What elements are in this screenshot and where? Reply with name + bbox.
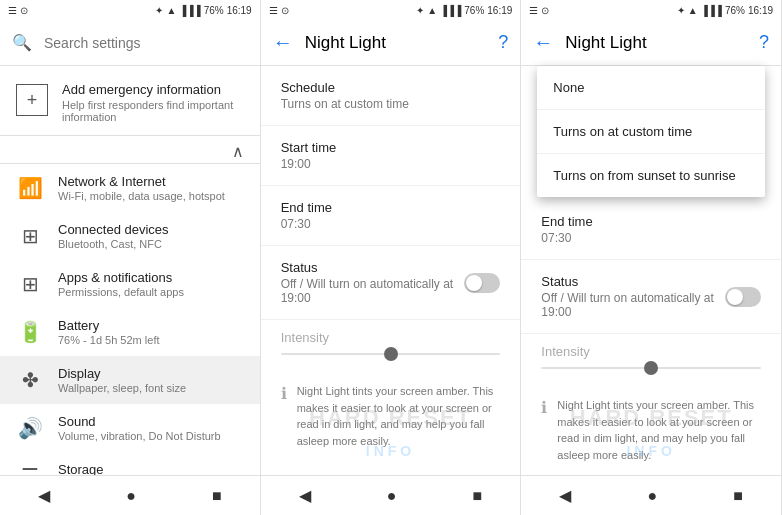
settings-panel: ☰ ⊙ ✦ ▲ ▐▐▐ 76% 16:19 🔍 + Add emergency … — [0, 0, 261, 515]
end-time-label: End time — [281, 200, 501, 215]
network-title: Network & Internet — [58, 174, 225, 189]
battery-title: Battery — [58, 318, 160, 333]
settings-item-apps[interactable]: ⊞ Apps & notifications Permissions, defa… — [0, 260, 260, 308]
emergency-icon: + — [16, 84, 48, 116]
status-bar-1: ☰ ⊙ ✦ ▲ ▐▐▐ 76% 16:19 — [0, 0, 260, 20]
apps-text: Apps & notifications Permissions, defaul… — [58, 270, 184, 298]
apps-sub: Permissions, default apps — [58, 286, 184, 298]
dropdown-item-sunset[interactable]: Turns on from sunset to sunrise — [537, 154, 765, 197]
status-left: ☰ ⊙ — [8, 5, 28, 16]
schedule-row[interactable]: Schedule Turns on at custom time — [261, 66, 521, 126]
status-left-3: ☰ ⊙ — [529, 5, 549, 16]
network-sub: Wi-Fi, mobile, data usage, hotspot — [58, 190, 225, 202]
end-time-row-3[interactable]: End time 07:30 — [521, 200, 781, 260]
back-button-3[interactable]: ◀ — [559, 486, 571, 505]
end-time-row[interactable]: End time 07:30 — [261, 186, 521, 246]
settings-list: 📶 Network & Internet Wi-Fi, mobile, data… — [0, 164, 260, 475]
wifi-icon: ▲ — [166, 5, 176, 16]
night-light-panel-dropdown: ☰ ⊙ ✦ ▲ ▐▐▐ 76% 16:19 ← Night Light ? No… — [521, 0, 782, 515]
home-button-1[interactable]: ● — [126, 487, 136, 505]
intensity-slider-3[interactable] — [541, 367, 761, 369]
status-value-3: Off / Will turn on automatically at 19:0… — [541, 291, 725, 319]
network-icon: 📶 — [16, 176, 44, 200]
recent-button-1[interactable]: ■ — [212, 487, 222, 505]
home-button-3[interactable]: ● — [648, 487, 658, 505]
settings-item-display[interactable]: ✤ Display Wallpaper, sleep, font size — [0, 356, 260, 404]
time-display: 16:19 — [227, 5, 252, 16]
settings-item-storage[interactable]: ☰ Storage 58% used - 26.89 GB free — [0, 452, 260, 475]
dropdown-item-none[interactable]: None — [537, 66, 765, 110]
status-row-3: Status Off / Will turn on automatically … — [521, 260, 781, 334]
time-2: 16:19 — [487, 5, 512, 16]
info-text-3: Night Light tints your screen amber. Thi… — [557, 397, 761, 463]
notification-icon-3: ⊙ — [541, 5, 549, 16]
info-icon-3: ℹ — [541, 398, 547, 417]
display-sub: Wallpaper, sleep, font size — [58, 382, 186, 394]
settings-item-connected[interactable]: ⊞ Connected devices Bluetooth, Cast, NFC — [0, 212, 260, 260]
sound-sub: Volume, vibration, Do Not Disturb — [58, 430, 221, 442]
wifi-icon-3: ▲ — [688, 5, 698, 16]
signal-icon: ▐▐▐ — [179, 5, 200, 16]
emergency-card[interactable]: + Add emergency information Help first r… — [0, 70, 260, 136]
settings-item-sound[interactable]: 🔊 Sound Volume, vibration, Do Not Distur… — [0, 404, 260, 452]
battery-pct-2: 76% — [464, 5, 484, 16]
emergency-sub: Help first responders find important inf… — [62, 99, 244, 123]
search-icon: 🔍 — [12, 33, 32, 52]
settings-item-network[interactable]: 📶 Network & Internet Wi-Fi, mobile, data… — [0, 164, 260, 212]
display-title: Display — [58, 366, 186, 381]
bottom-nav-2: ◀ ● ■ — [261, 475, 521, 515]
start-time-row[interactable]: Start time 19:00 — [261, 126, 521, 186]
page-title-3: Night Light — [565, 33, 747, 53]
status-value: Off / Will turn on automatically at 19:0… — [281, 277, 465, 305]
dropdown-item-custom[interactable]: Turns on at custom time — [537, 110, 765, 154]
search-input[interactable] — [44, 35, 248, 51]
menu-icon: ☰ — [8, 5, 17, 16]
collapse-arrow-icon[interactable]: ∧ — [232, 142, 244, 161]
recent-button-3[interactable]: ■ — [733, 487, 743, 505]
status-toggle[interactable] — [464, 273, 500, 293]
sound-title: Sound — [58, 414, 221, 429]
help-icon-3[interactable]: ? — [759, 32, 769, 53]
settings-item-battery[interactable]: 🔋 Battery 76% - 1d 5h 52m left — [0, 308, 260, 356]
start-time-value: 19:00 — [281, 157, 501, 171]
bottom-nav-3: ◀ ● ■ — [521, 475, 781, 515]
intensity-label-3: Intensity — [541, 344, 761, 359]
schedule-dropdown[interactable]: None Turns on at custom time Turns on fr… — [537, 66, 765, 197]
home-button-2[interactable]: ● — [387, 487, 397, 505]
apps-icon: ⊞ — [16, 272, 44, 296]
slider-thumb[interactable] — [384, 347, 398, 361]
info-box-2: ℹ Night Light tints your screen amber. T… — [261, 369, 521, 463]
night-light-panel: ☰ ⊙ ✦ ▲ ▐▐▐ 76% 16:19 ← Night Light ? Sc… — [261, 0, 522, 515]
back-button-1[interactable]: ◀ — [38, 486, 50, 505]
apps-title: Apps & notifications — [58, 270, 184, 285]
end-time-value: 07:30 — [281, 217, 501, 231]
intensity-slider[interactable] — [281, 353, 501, 355]
status-left-2: ☰ ⊙ — [269, 5, 289, 16]
help-icon-2[interactable]: ? — [498, 32, 508, 53]
sound-text: Sound Volume, vibration, Do Not Disturb — [58, 414, 221, 442]
sound-icon: 🔊 — [16, 416, 44, 440]
back-button-2[interactable]: ◀ — [299, 486, 311, 505]
recent-button-2[interactable]: ■ — [473, 487, 483, 505]
wifi-icon-2: ▲ — [427, 5, 437, 16]
back-arrow-2[interactable]: ← — [273, 31, 293, 54]
status-toggle-3[interactable] — [725, 287, 761, 307]
display-text: Display Wallpaper, sleep, font size — [58, 366, 186, 394]
collapse-row[interactable]: ∧ — [0, 140, 260, 164]
slider-thumb-3[interactable] — [644, 361, 658, 375]
signal-icon-2: ▐▐▐ — [440, 5, 461, 16]
status-text-3: Status Off / Will turn on automatically … — [541, 274, 725, 319]
schedule-label: Schedule — [281, 80, 501, 95]
emergency-title: Add emergency information — [62, 82, 244, 97]
back-arrow-3[interactable]: ← — [533, 31, 553, 54]
signal-icon-3: ▐▐▐ — [701, 5, 722, 16]
night-light-content: Schedule Turns on at custom time Start t… — [261, 66, 521, 475]
intensity-label: Intensity — [281, 330, 501, 345]
status-text: Status Off / Will turn on automatically … — [281, 260, 465, 305]
search-header: 🔍 — [0, 20, 260, 66]
search-bar[interactable] — [44, 35, 248, 51]
intensity-row-3: Intensity — [521, 334, 781, 383]
bottom-nav-1: ◀ ● ■ — [0, 475, 260, 515]
connected-text: Connected devices Bluetooth, Cast, NFC — [58, 222, 169, 250]
time-3: 16:19 — [748, 5, 773, 16]
